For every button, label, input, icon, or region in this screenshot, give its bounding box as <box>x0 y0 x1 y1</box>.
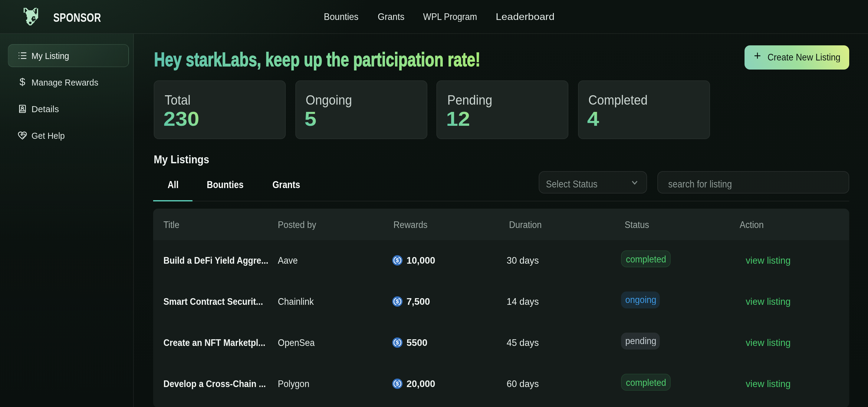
svg-text:$: $ <box>396 258 399 264</box>
svg-text:$: $ <box>396 381 399 387</box>
svg-text:Hey starkLabs, keep up the par: Hey starkLabs, keep up the participation… <box>154 49 480 70</box>
svg-text:$: $ <box>396 299 399 305</box>
svg-text:$: $ <box>396 340 399 346</box>
